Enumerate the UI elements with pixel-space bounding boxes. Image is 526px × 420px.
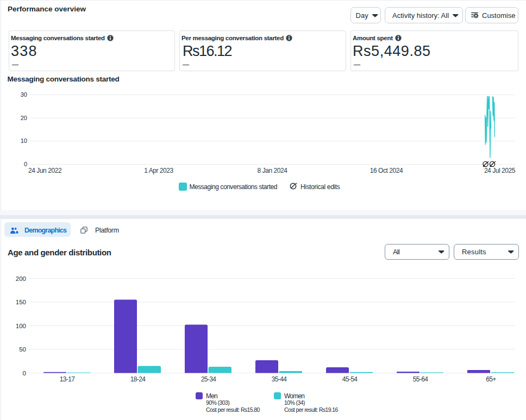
svg-text:0: 0	[24, 161, 27, 167]
svg-text:13-17: 13-17	[60, 375, 76, 383]
svg-text:65+: 65+	[486, 375, 496, 383]
svg-text:50: 50	[19, 346, 26, 353]
svg-text:25-34: 25-34	[201, 375, 217, 383]
svg-text:100: 100	[16, 323, 26, 329]
svg-text:1 Apr 2023: 1 Apr 2023	[144, 167, 173, 174]
svg-text:10: 10	[21, 137, 27, 144]
svg-text:55-64: 55-64	[413, 375, 429, 383]
svg-text:24 Jul 2025: 24 Jul 2025	[484, 167, 516, 174]
svg-text:0: 0	[23, 370, 26, 377]
svg-text:20: 20	[21, 115, 27, 121]
svg-text:35-44: 35-44	[272, 375, 287, 383]
svg-text:24 Jun 2022: 24 Jun 2022	[28, 167, 62, 174]
svg-text:150: 150	[16, 299, 26, 305]
svg-text:200: 200	[16, 275, 26, 282]
svg-text:18-24: 18-24	[130, 375, 146, 383]
svg-text:16 Oct 2024: 16 Oct 2024	[370, 167, 403, 174]
svg-text:30: 30	[21, 91, 27, 98]
svg-text:45-54: 45-54	[342, 375, 358, 383]
svg-text:8 Jan 2024: 8 Jan 2024	[258, 167, 288, 174]
